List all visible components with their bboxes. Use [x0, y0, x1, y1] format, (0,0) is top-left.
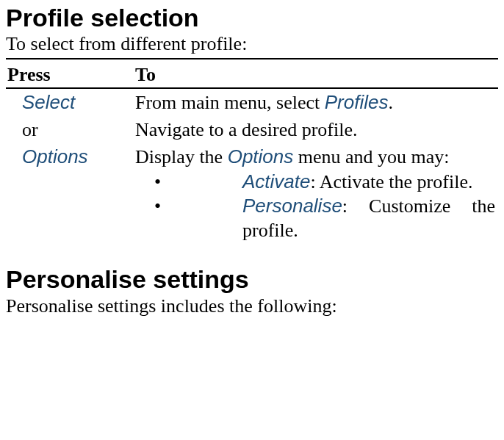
personalise-settings-heading: Personalise settings [6, 266, 498, 293]
text: From main menu, select [135, 92, 325, 113]
press-options: Options [22, 145, 88, 167]
press-select: Select [22, 91, 75, 113]
press-to-table: Press To Select From main menu, select P… [6, 62, 498, 244]
text: Display the [135, 146, 228, 167]
table-row: Select From main menu, select Profiles. [6, 88, 498, 117]
profiles-link: Profiles [325, 91, 389, 113]
text: . [388, 92, 393, 113]
table-row: Options Display the Options menu and you… [6, 143, 498, 244]
to-cell: From main menu, select Profiles. [134, 88, 498, 117]
personalise-link: Personalise [242, 195, 342, 217]
to-cell: Display the Options menu and you may: •A… [134, 143, 498, 244]
bullet-icon: • [154, 170, 242, 195]
col-header-to: To [134, 62, 498, 88]
profile-selection-heading: Profile selection [6, 4, 498, 32]
press-or: or [22, 119, 38, 140]
text: : Activate the profile. [311, 171, 473, 192]
divider [6, 58, 498, 59]
bullet-icon: • [154, 195, 242, 219]
profile-selection-subtitle: To select from different profile: [6, 33, 498, 55]
col-header-press: Press [6, 62, 134, 88]
options-link: Options [228, 145, 294, 167]
list-item: •Personalise: Customize the profile. [154, 194, 495, 242]
personalise-settings-subtitle: Personalise settings includes the follow… [6, 295, 498, 317]
list-item: •Activate: Activate the profile. [154, 170, 495, 195]
to-cell: Navigate to a desired profile. [134, 117, 498, 144]
activate-link: Activate [242, 170, 311, 192]
table-row: or Navigate to a desired profile. [6, 117, 498, 144]
text: menu and you may: [293, 146, 449, 167]
